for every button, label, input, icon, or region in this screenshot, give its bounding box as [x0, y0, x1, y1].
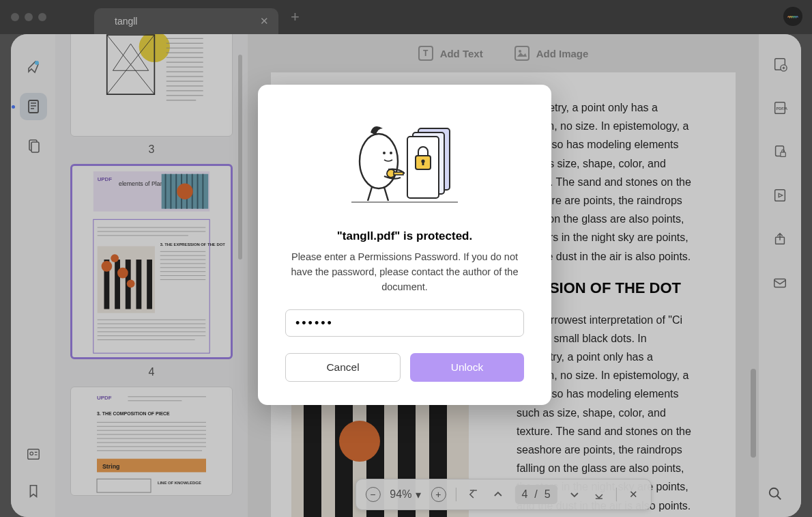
svg-point-117 [383, 152, 386, 154]
dialog-title: "tangll.pdf" is protected. [285, 229, 524, 243]
svg-point-118 [390, 152, 392, 154]
unlock-button[interactable]: Unlock [410, 353, 524, 382]
svg-line-122 [384, 187, 388, 201]
password-dialog: "tangll.pdf" is protected. Please enter … [258, 85, 551, 405]
dialog-illustration [343, 116, 466, 212]
dialog-message: Please enter a Permissions Password. If … [285, 250, 524, 294]
password-input[interactable] [285, 309, 524, 337]
svg-rect-115 [422, 161, 424, 165]
svg-rect-120 [394, 172, 403, 175]
svg-line-121 [368, 187, 372, 201]
svg-point-116 [360, 134, 398, 188]
cancel-button[interactable]: Cancel [285, 353, 401, 382]
